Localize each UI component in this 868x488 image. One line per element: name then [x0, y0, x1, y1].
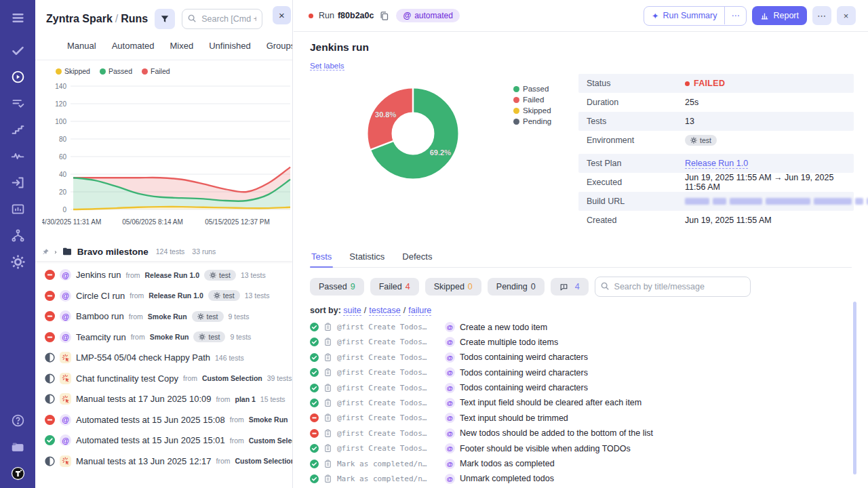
test-suite: @first Create Todos… — [337, 323, 440, 331]
test-row[interactable]: @first Create Todos…@Text input should b… — [310, 413, 852, 423]
donut-legend-item-failed[interactable]: Failed — [513, 96, 578, 104]
help-icon[interactable] — [9, 412, 26, 428]
legend-item-skipped[interactable]: Skipped — [56, 67, 90, 75]
test-row[interactable]: Mark as completed/n…@Unmark completed to… — [310, 474, 852, 484]
run-from-label: from — [131, 333, 145, 341]
sort-by-suite[interactable]: suite — [343, 306, 361, 316]
filter-label: Failed — [379, 282, 402, 291]
close-run-button[interactable]: × — [837, 6, 856, 25]
run-row[interactable]: LMP-554 05/04 check Happy Path146 tests — [35, 351, 292, 365]
svg-text:100: 100 — [55, 118, 66, 125]
run-row[interactable]: @Automated tests at 15 Jun 2025 15:08fro… — [35, 413, 292, 426]
funnel-icon — [160, 14, 170, 24]
report-button[interactable]: Report — [752, 6, 807, 25]
legend-item-passed[interactable]: Passed — [100, 67, 132, 75]
tab-tests[interactable]: Tests — [310, 249, 333, 267]
tab-groups[interactable]: Groups — [267, 41, 293, 51]
runs-play-circle-icon[interactable] — [9, 68, 26, 85]
filter-funnel-button[interactable] — [155, 9, 175, 29]
run-status-dot — [309, 14, 313, 18]
legend-item-failed[interactable]: Failed — [142, 67, 170, 75]
test-row[interactable]: @first Create Todos…@New todos should be… — [310, 428, 852, 439]
settings-gear-icon[interactable] — [9, 253, 26, 270]
sort-by-testcase[interactable]: testcase — [369, 306, 401, 316]
test-row[interactable]: @first Create Todos…@Create a new todo i… — [310, 322, 852, 332]
automated-test-icon: @ — [445, 383, 455, 393]
run-row[interactable]: Chat functinality test CopyfromCustom Se… — [35, 371, 292, 385]
left-panel-close-button[interactable]: × — [273, 6, 291, 24]
run-row[interactable]: @Circle CI runfromRelease Run 1.0test13 … — [35, 289, 292, 302]
tab-automated[interactable]: Automated — [112, 41, 155, 51]
run-summary-more-button[interactable]: ⋯ — [724, 7, 746, 24]
run-from-label: from — [130, 291, 144, 300]
run-detail-tabs: TestsStatisticsDefects — [310, 249, 852, 268]
milestone-group-row[interactable]: › Bravo milestone 124 tests 33 runs — [35, 242, 292, 261]
donut-legend-item-skipped[interactable]: Skipped — [513, 106, 578, 115]
test-suite: @first Create Todos… — [337, 368, 440, 377]
status-failed-icon — [45, 291, 55, 301]
run-from-label: from — [129, 312, 143, 321]
app-logo[interactable] — [9, 465, 26, 481]
run-from-label: from — [216, 395, 230, 403]
test-row[interactable]: Mark as completed/n…@Mark todos as compl… — [310, 459, 852, 469]
run-row[interactable]: Manual tests at 13 Jun 2025 12:17fromCus… — [35, 454, 292, 468]
test-row[interactable]: @first Create Todos…@Create multiple tod… — [310, 337, 852, 347]
pulse-activity-icon[interactable] — [9, 148, 26, 164]
gear-icon — [690, 137, 697, 144]
tests-search-input[interactable] — [595, 277, 751, 297]
filter-failed[interactable]: Failed 4 — [370, 278, 419, 296]
plans-list-check-icon[interactable] — [9, 95, 26, 111]
run-summary-button[interactable]: ✦Run Summary — [644, 7, 724, 25]
milestones-steps-icon[interactable] — [9, 121, 26, 138]
chevron-right-icon[interactable]: › — [54, 248, 56, 256]
run-row[interactable]: @Jenkins runfromRelease Run 1.0test13 te… — [35, 268, 292, 282]
automated-at-icon: @ — [403, 11, 411, 20]
filter-label: Skipped — [434, 282, 465, 291]
set-labels-link[interactable]: Set labels — [310, 62, 344, 70]
run-row[interactable]: Manual tests at 17 Jun 2025 10:09frompla… — [35, 392, 292, 406]
test-row[interactable]: @first Create Todos…@Text input field sh… — [310, 398, 852, 408]
tab-statistics[interactable]: Statistics — [348, 249, 386, 267]
test-row[interactable]: @first Create Todos…@Todos containing we… — [310, 383, 852, 393]
more-options-button[interactable]: ⋯ — [812, 6, 831, 25]
tests-list: @first Create Todos…@Create a new todo i… — [310, 322, 852, 488]
filter-comments[interactable]: 4 — [551, 278, 589, 296]
filter-passed[interactable]: Passed 9 — [310, 278, 364, 296]
filter-pending[interactable]: Pending 0 — [488, 278, 545, 296]
test-row[interactable]: @first Create Todos…@Todos containing we… — [310, 367, 852, 378]
tests-check-icon[interactable] — [9, 42, 26, 58]
tab-mixed[interactable]: Mixed — [170, 41, 194, 51]
test-row[interactable]: @first Create Todos…@Footer should be vi… — [310, 443, 852, 453]
tests-scrollbar[interactable] — [853, 302, 856, 474]
manual-run-icon — [60, 373, 71, 384]
donut-legend-item-pending[interactable]: Pending — [513, 117, 578, 125]
app: Zyntra Spark/Runs × ManualAutomatedMixed… — [0, 0, 868, 488]
filter-skipped[interactable]: Skipped 0 — [425, 278, 481, 296]
import-icon[interactable] — [9, 174, 26, 190]
tab-defects[interactable]: Defects — [401, 249, 433, 267]
run-name: Jenkins run — [76, 270, 121, 280]
tab-manual[interactable]: Manual — [67, 41, 96, 51]
status-failed-icon — [310, 429, 319, 438]
svg-text:120: 120 — [55, 100, 66, 108]
copy-icon[interactable] — [379, 11, 389, 21]
analytics-bar-chart-icon[interactable] — [9, 201, 26, 217]
run-tests-count: 15 tests — [260, 395, 285, 403]
tab-unfinished[interactable]: Unfinished — [209, 41, 250, 51]
breadcrumb-project[interactable]: Zyntra Spark — [46, 13, 113, 24]
run-name: Automated tests at 15 Jun 2025 15:08 — [76, 415, 225, 425]
projects-folder-icon[interactable] — [9, 439, 26, 455]
test-plan-link[interactable]: Release Run 1.0 — [685, 159, 748, 169]
donut-legend-item-passed[interactable]: Passed — [513, 85, 578, 93]
detail-label: Executed — [587, 178, 685, 187]
run-row[interactable]: @Teamcity runfromSmoke Runtest9 tests — [35, 330, 292, 344]
tests-search — [595, 277, 751, 297]
run-row[interactable]: @Bamboo runfromSmoke Runtest9 tests — [35, 310, 292, 323]
test-row[interactable]: @first Create Todos…@Todos containing we… — [310, 352, 852, 363]
menu-icon[interactable] — [9, 9, 26, 26]
run-row[interactable]: @Automated tests at 15 Jun 2025 15:01fro… — [35, 434, 292, 447]
sort-by-failure[interactable]: failure — [408, 306, 431, 316]
branch-icon[interactable] — [9, 227, 26, 243]
milestone-runs-count: 33 runs — [192, 247, 216, 256]
detail-value: 25s — [685, 98, 698, 107]
